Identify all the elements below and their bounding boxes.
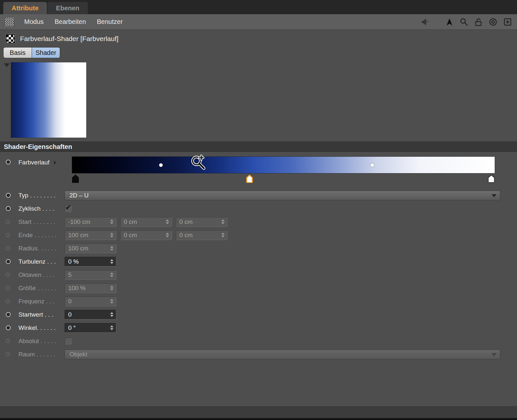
- anim-dot-radius[interactable]: [6, 246, 10, 250]
- radius-value: 100 cm: [68, 245, 88, 252]
- shader-title-row: Farbverlauf-Shader [Farbverlauf]: [0, 32, 517, 46]
- bias-handle[interactable]: [370, 163, 374, 167]
- zyklisch-checkbox[interactable]: [65, 205, 71, 212]
- anim-dot-raum[interactable]: [6, 352, 10, 356]
- stepper-icon[interactable]: [166, 219, 169, 224]
- history-forward-icon[interactable]: [445, 17, 454, 27]
- start-z-field[interactable]: 0 cm: [176, 217, 227, 227]
- history-back-icon[interactable]: [419, 17, 429, 27]
- zyklisch-label: Zyklisch . . . .: [18, 205, 65, 212]
- panel-tabstrip: Attribute Ebenen: [0, 0, 517, 14]
- stepper-icon[interactable]: [166, 233, 169, 237]
- raum-label: Raum . . . . . .: [18, 351, 65, 358]
- stepper-icon[interactable]: [110, 233, 113, 237]
- anim-dot-absolut[interactable]: [6, 339, 10, 343]
- stepper-icon[interactable]: [110, 272, 113, 277]
- search-icon[interactable]: [459, 17, 469, 27]
- absolut-checkbox[interactable]: [65, 338, 71, 344]
- gradient-knot-selected[interactable]: [246, 174, 253, 183]
- groesse-label: Größe . . . . . .: [18, 285, 65, 292]
- typ-label: Typ . . . . . . . .: [18, 192, 65, 199]
- gradient-knot-white[interactable]: [488, 174, 495, 183]
- empty-area: [0, 361, 517, 406]
- startwert-value: 0: [68, 311, 72, 318]
- stepper-icon[interactable]: [221, 233, 225, 237]
- zoom-cursor-icon: [190, 154, 207, 171]
- stepper-icon[interactable]: [110, 246, 113, 251]
- knot-track: [72, 173, 495, 183]
- row-typ: Typ . . . . . . . . 2D – U: [0, 189, 517, 202]
- stepper-icon[interactable]: [110, 219, 113, 224]
- focus-icon[interactable]: [488, 17, 498, 27]
- farbverlauf-label: Farbverlauf: [18, 159, 49, 166]
- raum-dropdown[interactable]: Objekt: [65, 350, 500, 359]
- shader-preview[interactable]: [11, 62, 87, 138]
- anim-dot-winkel[interactable]: [6, 325, 11, 330]
- shader-thumbnail-icon: [6, 34, 15, 43]
- radius-field[interactable]: 100 cm: [65, 244, 116, 253]
- anim-dot-oktaven[interactable]: [6, 273, 10, 277]
- anim-dot-farbverlauf[interactable]: [6, 160, 11, 164]
- panel-grip-icon[interactable]: [5, 17, 14, 27]
- menubar: Modus Bearbeiten Benutzer: [0, 14, 517, 30]
- anim-dot-turbulenz[interactable]: [6, 259, 11, 264]
- footer-bar: [0, 406, 517, 418]
- row-radius: Radius. . . . . . 100 cm: [0, 242, 517, 255]
- expand-triangle-icon[interactable]: [54, 161, 57, 164]
- stepper-icon[interactable]: [110, 325, 113, 330]
- menu-modus[interactable]: Modus: [19, 18, 49, 26]
- oktaven-field[interactable]: 5: [65, 270, 116, 280]
- menu-benutzer[interactable]: Benutzer: [91, 18, 128, 26]
- anim-dot-frequenz[interactable]: [6, 299, 10, 303]
- frequenz-value: 0: [68, 298, 72, 305]
- stepper-icon[interactable]: [110, 299, 113, 304]
- anim-dot-ende[interactable]: [6, 233, 10, 237]
- ende-y-value: 0 cm: [124, 232, 137, 239]
- anim-dot-startwert[interactable]: [6, 312, 11, 317]
- shader-preview-block: [0, 60, 517, 142]
- winkel-value: 0 °: [68, 324, 76, 331]
- gradient-knot-black[interactable]: [72, 174, 79, 183]
- typ-dropdown[interactable]: 2D – U: [65, 191, 500, 200]
- section-shader-eigenschaften[interactable]: Shader-Eigenschaften: [0, 142, 517, 152]
- gradient-bar[interactable]: [72, 156, 495, 173]
- startwert-field[interactable]: 0: [65, 310, 116, 320]
- ende-x-field[interactable]: 100 cm: [65, 230, 116, 240]
- winkel-label: Winkel. . . . . .: [18, 324, 65, 331]
- lock-icon[interactable]: [474, 17, 483, 27]
- row-raum: Raum . . . . . . Objekt: [0, 348, 517, 361]
- tab-attribute[interactable]: Attribute: [3, 2, 47, 14]
- frequenz-field[interactable]: 0: [65, 297, 116, 306]
- row-winkel: Winkel. . . . . . 0 °: [0, 321, 517, 334]
- stepper-icon[interactable]: [110, 312, 113, 317]
- stepper-icon[interactable]: [110, 286, 113, 290]
- row-ende: Ende . . . . . . . 100 cm 0 cm 0 cm: [0, 228, 517, 242]
- menu-bearbeiten[interactable]: Bearbeiten: [49, 18, 91, 26]
- preview-fold-icon[interactable]: [4, 63, 10, 67]
- anim-dot-start[interactable]: [6, 220, 10, 224]
- tab-shader[interactable]: Shader: [32, 47, 60, 58]
- bias-handle[interactable]: [159, 163, 163, 167]
- tab-ebenen[interactable]: Ebenen: [47, 2, 88, 14]
- turbulenz-field[interactable]: 0 %: [65, 257, 116, 267]
- turbulenz-value: 0 %: [68, 258, 79, 265]
- row-groesse: Größe . . . . . . 100 %: [0, 281, 517, 295]
- tab-basis[interactable]: Basis: [3, 47, 32, 58]
- shader-title: Farbverlauf-Shader [Farbverlauf]: [20, 35, 119, 43]
- groesse-value: 100 %: [68, 285, 86, 292]
- groesse-field[interactable]: 100 %: [65, 283, 116, 293]
- start-y-field[interactable]: 0 cm: [120, 217, 172, 227]
- chevron-down-icon: [491, 353, 497, 356]
- stepper-icon[interactable]: [221, 219, 225, 224]
- ende-y-field[interactable]: 0 cm: [120, 230, 172, 240]
- ende-label: Ende . . . . . . .: [18, 232, 65, 239]
- add-panel-icon[interactable]: [503, 17, 512, 27]
- anim-dot-zyklisch[interactable]: [6, 206, 11, 211]
- winkel-field[interactable]: 0 °: [65, 323, 116, 333]
- anim-dot-groesse[interactable]: [6, 286, 10, 290]
- row-start: Start . . . . . . . -100 cm 0 cm 0 cm: [0, 215, 517, 228]
- start-x-field[interactable]: -100 cm: [65, 217, 116, 227]
- stepper-icon[interactable]: [110, 259, 113, 264]
- ende-z-field[interactable]: 0 cm: [176, 230, 227, 240]
- anim-dot-typ[interactable]: [6, 193, 11, 198]
